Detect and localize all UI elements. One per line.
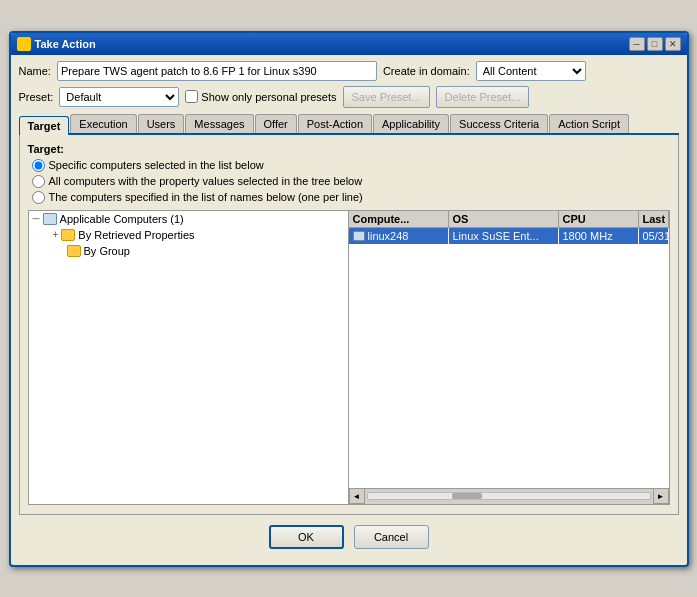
show-personal-checkbox-label[interactable]: Show only personal presets (185, 90, 336, 103)
tab-content-target: Target: Specific computers selected in t… (19, 135, 679, 515)
tab-messages[interactable]: Messages (185, 114, 253, 133)
table-body: linux248 Linux SuSE Ent... 1800 MHz 05/3… (349, 228, 669, 488)
close-button[interactable]: ✕ (665, 37, 681, 51)
col-os: OS (449, 211, 559, 227)
radio-specific[interactable]: Specific computers selected in the list … (32, 159, 670, 172)
tree-by-group-label: By Group (84, 245, 130, 257)
cancel-button[interactable]: Cancel (354, 525, 429, 549)
retrieved-properties-folder-icon (61, 229, 75, 241)
window-title: Take Action (35, 38, 96, 50)
group-folder-icon (67, 245, 81, 257)
domain-label: Create in domain: (383, 65, 470, 77)
split-pane: ─ Applicable Computers (1) + By Retrieve… (28, 210, 670, 505)
applicable-computers-icon (43, 213, 57, 225)
scroll-thumb (452, 493, 482, 499)
preset-row: Preset: Default Show only personal prese… (19, 86, 679, 108)
name-row: Name: Create in domain: All Content (19, 61, 679, 81)
radio-names-list-label: The computers specified in the list of n… (49, 191, 363, 203)
name-input[interactable] (57, 61, 377, 81)
tab-target[interactable]: Target (19, 116, 70, 135)
left-tree-pane: ─ Applicable Computers (1) + By Retrieve… (29, 211, 349, 504)
title-buttons: ─ □ ✕ (629, 37, 681, 51)
tab-action-script[interactable]: Action Script (549, 114, 629, 133)
right-table-pane: Compute... OS CPU Last linux248 Linux Su… (349, 211, 669, 504)
title-bar-left: ⚡ Take Action (17, 37, 96, 51)
window-icon: ⚡ (17, 37, 31, 51)
tab-users[interactable]: Users (138, 114, 185, 133)
tree-expand-icon: + (53, 229, 59, 240)
table-header: Compute... OS CPU Last (349, 211, 669, 228)
show-personal-checkbox[interactable] (185, 90, 198, 103)
scroll-left-btn[interactable]: ◄ (349, 488, 365, 504)
window-content: Name: Create in domain: All Content Pres… (11, 55, 687, 565)
title-bar: ⚡ Take Action ─ □ ✕ (11, 33, 687, 55)
tree-collapse-icon: ─ (33, 213, 40, 224)
radio-all-properties-label: All computers with the property values s… (49, 175, 363, 187)
minimize-button[interactable]: ─ (629, 37, 645, 51)
maximize-button[interactable]: □ (647, 37, 663, 51)
tree-by-retrieved-label: By Retrieved Properties (78, 229, 194, 241)
radio-names-list[interactable]: The computers specified in the list of n… (32, 191, 670, 204)
target-section: Target: Specific computers selected in t… (28, 143, 670, 204)
col-last: Last (639, 211, 669, 227)
horizontal-scrollbar[interactable]: ◄ ► (349, 488, 669, 504)
table-row[interactable]: linux248 Linux SuSE Ent... 1800 MHz 05/3… (349, 228, 669, 244)
tab-applicability[interactable]: Applicability (373, 114, 449, 133)
tree-by-retrieved-properties[interactable]: + By Retrieved Properties (29, 227, 348, 243)
take-action-window: ⚡ Take Action ─ □ ✕ Name: Create in doma… (9, 31, 689, 567)
delete-preset-button[interactable]: Delete Preset... (436, 86, 530, 108)
name-label: Name: (19, 65, 51, 77)
col-computer: Compute... (349, 211, 449, 227)
domain-select[interactable]: All Content (476, 61, 586, 81)
td-cpu: 1800 MHz (559, 228, 639, 244)
scroll-track[interactable] (367, 492, 651, 500)
preset-select[interactable]: Default (59, 87, 179, 107)
radio-group: Specific computers selected in the list … (32, 159, 670, 204)
tree-root-label: Applicable Computers (1) (60, 213, 184, 225)
scroll-right-btn[interactable]: ► (653, 488, 669, 504)
preset-label: Preset: (19, 91, 54, 103)
tab-execution[interactable]: Execution (70, 114, 136, 133)
tab-bar: Target Execution Users Messages Offer Po… (19, 114, 679, 135)
radio-specific-label: Specific computers selected in the list … (49, 159, 264, 171)
td-computer: linux248 (349, 228, 449, 244)
tab-offer[interactable]: Offer (255, 114, 297, 133)
computer-row-icon (353, 231, 365, 241)
show-personal-label: Show only personal presets (201, 91, 336, 103)
col-cpu: CPU (559, 211, 639, 227)
footer-buttons: OK Cancel (19, 515, 679, 559)
td-os: Linux SuSE Ent... (449, 228, 559, 244)
tree-by-group[interactable]: By Group (29, 243, 348, 259)
target-label: Target: (28, 143, 670, 155)
ok-button[interactable]: OK (269, 525, 344, 549)
tab-post-action[interactable]: Post-Action (298, 114, 372, 133)
td-last: 05/31 (639, 228, 669, 244)
save-preset-button[interactable]: Save Preset... (343, 86, 430, 108)
tab-success-criteria[interactable]: Success Criteria (450, 114, 548, 133)
tree-root-item[interactable]: ─ Applicable Computers (1) (29, 211, 348, 227)
radio-all-properties[interactable]: All computers with the property values s… (32, 175, 670, 188)
